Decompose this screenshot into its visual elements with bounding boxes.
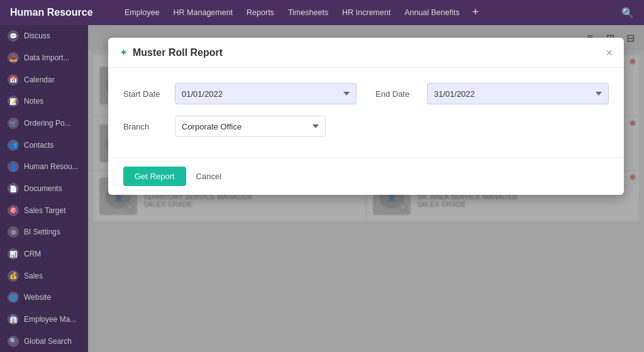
modal-close-button[interactable]: × (606, 47, 613, 58)
top-nav: Human Resource Employee HR Management Re… (0, 0, 644, 25)
nav-annual-benefits[interactable]: Annual Benefits (403, 6, 461, 19)
documents-icon: 📄 (8, 183, 19, 194)
sidebar-item-sales-target[interactable]: 🎯 Sales Target (0, 199, 88, 221)
start-date-label: Start Date (123, 89, 167, 99)
notes-icon: 📝 (8, 96, 19, 107)
sidebar-label-bi-settings: BI Settings (24, 228, 60, 236)
sidebar: 💬 Discuss 📥 Data Import... 📅 Calendar 📝 … (0, 25, 88, 352)
sidebar-item-sales[interactable]: 💰 Sales (0, 265, 88, 287)
end-date-select[interactable]: 31/01/2022 (427, 83, 609, 104)
sales-target-icon: 🎯 (8, 205, 19, 216)
main-content: ≡ ⊞ ⊟ 👤 + ABHINAV KUMAR Area Manager-Sal… (88, 25, 644, 352)
modal-title-row: ✦ Muster Roll Report (119, 47, 223, 58)
human-resource-icon: 👤 (8, 161, 19, 172)
start-date-group: Start Date 01/01/2022 (123, 83, 357, 104)
sidebar-label-employee-ma: Employee Ma... (24, 315, 76, 324)
crm-icon: 📊 (8, 248, 19, 260)
sidebar-item-data-import[interactable]: 📥 Data Import... (0, 47, 88, 69)
modal-header: ✦ Muster Roll Report × (108, 38, 624, 68)
main-layout: 💬 Discuss 📥 Data Import... 📅 Calendar 📝 … (0, 25, 644, 352)
sidebar-item-human-resource[interactable]: 👤 Human Resou... (0, 156, 88, 178)
sidebar-label-website: Website (24, 293, 51, 302)
sidebar-label-contacts: Contacts (24, 141, 53, 150)
sidebar-label-sales-target: Sales Target (24, 206, 66, 215)
sidebar-label-crm: CRM (24, 250, 41, 258)
nav-employee[interactable]: Employee (123, 6, 161, 19)
branch-select[interactable]: Corporate Office (175, 116, 326, 137)
sidebar-label-discuss: Discuss (24, 31, 50, 40)
end-date-group: End Date 31/01/2022 (375, 83, 609, 104)
cancel-button[interactable]: Cancel (194, 167, 224, 186)
sidebar-item-global-search[interactable]: 🔍 Global Search (0, 330, 88, 352)
app-title: Human Resource (10, 7, 111, 18)
form-branch-row: Branch Corporate Office (123, 116, 609, 137)
sidebar-item-notes[interactable]: 📝 Notes (0, 91, 88, 113)
branch-label: Branch (123, 122, 167, 131)
modal-footer: Get Report Cancel (108, 157, 624, 195)
sidebar-label-ordering: Ordering Po... (24, 119, 71, 128)
end-date-label: End Date (375, 89, 419, 99)
ordering-icon: 🛒 (8, 118, 19, 129)
nav-timesheets[interactable]: Timesheets (287, 6, 330, 19)
sidebar-item-crm[interactable]: 📊 CRM (0, 243, 88, 265)
sidebar-label-sales: Sales (24, 272, 43, 280)
sidebar-label-notes: Notes (24, 97, 43, 106)
start-date-select[interactable]: 01/01/2022 (175, 83, 357, 104)
sidebar-item-ordering[interactable]: 🛒 Ordering Po... (0, 113, 88, 135)
sidebar-item-documents[interactable]: 📄 Documents (0, 178, 88, 200)
sidebar-label-data-import: Data Import... (24, 53, 70, 62)
muster-roll-modal: ✦ Muster Roll Report × Start Date 01/01/… (108, 38, 624, 195)
data-import-icon: 📥 (8, 52, 19, 63)
bi-settings-icon: ⚙ (8, 226, 19, 238)
modal-overlay: ✦ Muster Roll Report × Start Date 01/01/… (88, 25, 644, 352)
discuss-icon: 💬 (8, 30, 19, 41)
sidebar-item-employee-ma[interactable]: 👔 Employee Ma... (0, 309, 88, 331)
sidebar-label-human-resource: Human Resou... (24, 162, 79, 171)
sidebar-item-calendar[interactable]: 📅 Calendar (0, 69, 88, 91)
modal-title: Muster Roll Report (133, 47, 223, 58)
sidebar-item-contacts[interactable]: 👥 Contacts (0, 134, 88, 156)
sidebar-item-bi-settings[interactable]: ⚙ BI Settings (0, 221, 88, 243)
nav-plus-button[interactable]: + (472, 6, 479, 19)
website-icon: 🌐 (8, 292, 19, 303)
modal-body: Start Date 01/01/2022 End Date 31/01/202… (108, 68, 624, 157)
search-icon[interactable]: 🔍 (621, 7, 634, 19)
sales-icon: 💰 (8, 270, 19, 282)
nav-reports[interactable]: Reports (245, 6, 275, 19)
form-date-row: Start Date 01/01/2022 End Date 31/01/202… (123, 83, 609, 104)
sidebar-label-calendar: Calendar (24, 75, 55, 84)
get-report-button[interactable]: Get Report (123, 167, 186, 186)
nav-hr-increment[interactable]: HR Increment (341, 6, 392, 19)
nav-hr-management[interactable]: HR Management (172, 6, 235, 19)
sidebar-label-global-search: Global Search (24, 337, 72, 346)
employee-ma-icon: 👔 (8, 314, 19, 325)
global-search-icon: 🔍 (8, 336, 19, 347)
sidebar-label-documents: Documents (24, 184, 62, 193)
sidebar-item-website[interactable]: 🌐 Website (0, 287, 88, 309)
contacts-icon: 👥 (8, 140, 19, 151)
modal-star-icon: ✦ (119, 47, 128, 58)
top-nav-items: Employee HR Management Reports Timesheet… (123, 6, 609, 19)
sidebar-item-discuss[interactable]: 💬 Discuss (0, 25, 88, 47)
calendar-icon: 📅 (8, 74, 19, 85)
